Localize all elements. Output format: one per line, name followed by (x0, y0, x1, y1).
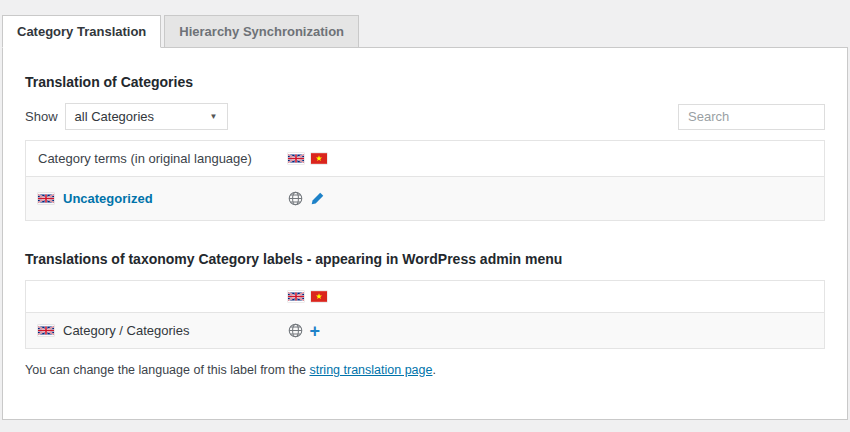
search-input[interactable] (678, 104, 825, 130)
taxonomy-labels-table: Category / Categories (25, 280, 825, 349)
globe-icon (288, 323, 303, 338)
category-term-cell: Uncategorized (26, 177, 276, 221)
vietnam-flag-icon (311, 291, 327, 302)
category-term-link[interactable]: Uncategorized (63, 191, 153, 206)
uk-flag-icon (38, 193, 54, 204)
categories-table-header-languages (276, 141, 825, 177)
taxonomy-label-actions-cell: + (276, 313, 825, 349)
footer-note-text: You can change the language of this labe… (25, 363, 309, 377)
footer-note: You can change the language of this labe… (25, 363, 825, 377)
tab-bar: Category Translation Hierarchy Synchroni… (0, 0, 850, 47)
section-title-translation-of-categories: Translation of Categories (25, 74, 825, 90)
taxonomy-label-row: Category / Categories (26, 313, 825, 349)
footer-note-period: . (432, 363, 435, 377)
vietnam-flag-icon (311, 153, 327, 164)
labels-table-header-row (26, 281, 825, 313)
taxonomy-label-text: Category / Categories (63, 323, 189, 338)
show-label: Show (25, 109, 58, 124)
tab-category-translation[interactable]: Category Translation (2, 15, 161, 48)
uk-flag-icon (38, 325, 54, 336)
category-filter-selected-value: all Categories (75, 109, 155, 124)
tab-hierarchy-synchronization[interactable]: Hierarchy Synchronization (164, 15, 359, 48)
content-panel: Translation of Categories Show all Categ… (2, 47, 848, 420)
edit-pencil-icon[interactable] (310, 191, 325, 206)
categories-table-header-row: Category terms (in original language) (26, 141, 825, 177)
category-term-actions-cell (276, 177, 825, 221)
labels-table-header-empty (26, 281, 276, 313)
uk-flag-icon (288, 291, 304, 302)
taxonomy-labels-section: Translations of taxonomy Category labels… (25, 251, 825, 377)
add-plus-icon[interactable]: + (310, 324, 321, 338)
section-title-taxonomy-labels: Translations of taxonomy Category labels… (25, 251, 825, 267)
category-filter-select[interactable]: all Categories ▼ (65, 103, 228, 130)
taxonomy-label-cell: Category / Categories (26, 313, 276, 349)
select-dropdown-arrow-icon: ▼ (210, 112, 218, 121)
categories-table: Category terms (in original language) (25, 140, 825, 221)
controls-row: Show all Categories ▼ (25, 103, 825, 130)
categories-table-header-terms: Category terms (in original language) (26, 141, 276, 177)
uk-flag-icon (288, 153, 304, 164)
labels-table-header-languages (276, 281, 825, 313)
globe-icon (288, 191, 303, 206)
show-filter-group: Show all Categories ▼ (25, 103, 228, 130)
category-term-row: Uncategorized (26, 177, 825, 221)
string-translation-page-link[interactable]: string translation page (309, 363, 432, 377)
